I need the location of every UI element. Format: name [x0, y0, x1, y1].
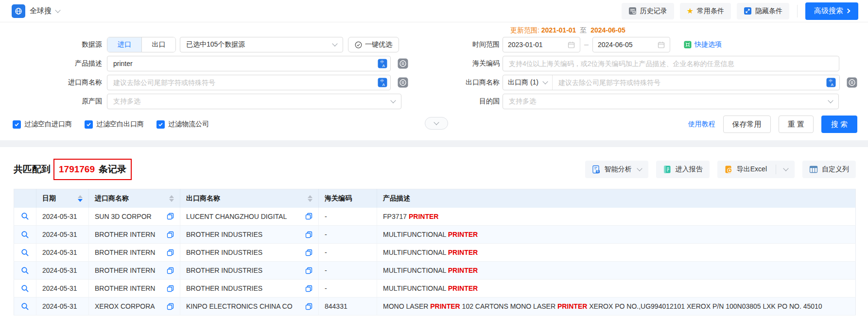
sort-icon[interactable]	[304, 195, 312, 202]
cell-importer-name[interactable]: BROTHER INTERN	[95, 249, 155, 256]
export-excel-button[interactable]: 导出Excel	[717, 161, 795, 178]
column-header-label: 进口商名称	[95, 194, 129, 203]
advanced-search-button[interactable]: 高级搜索	[805, 2, 858, 20]
keyword-highlight: PRINTER	[448, 266, 478, 274]
translate-icon[interactable]: 中A	[378, 78, 387, 87]
report-icon	[663, 165, 672, 174]
exporter-input[interactable]	[553, 75, 839, 90]
summary-prefix: 共匹配到	[14, 163, 51, 176]
exact-match-icon[interactable]	[398, 58, 408, 69]
history-button[interactable]: 历史记录	[622, 3, 674, 19]
collapse-form-button[interactable]	[425, 117, 448, 130]
hs-code-input[interactable]	[503, 56, 839, 71]
destination-select[interactable]: 支持多选	[503, 94, 839, 109]
column-header-label: 出口商名称	[186, 194, 220, 203]
cell-exporter: BROTHER INDUSTRIES	[180, 244, 319, 262]
column-header[interactable]: 日期	[36, 189, 89, 208]
cell-importer-name[interactable]: BROTHER INTERN	[95, 266, 155, 274]
cell-exporter-name[interactable]: BROTHER INDUSTRIES	[186, 231, 262, 238]
keyword-highlight: PRINTER	[430, 302, 460, 310]
destination-label: 目的国	[410, 97, 503, 106]
svg-text:A: A	[831, 83, 834, 87]
sort-icon[interactable]	[74, 195, 83, 202]
favorites-button[interactable]: ★ 常用条件	[680, 3, 731, 19]
date-start-input[interactable]: 2023-01-01	[503, 37, 580, 52]
row-detail-search-icon[interactable]	[20, 212, 30, 220]
custom-columns-button[interactable]: 自定义列	[802, 161, 856, 178]
cell-exporter-name[interactable]: BROTHER INDUSTRIES	[186, 266, 262, 274]
copy-icon[interactable]	[301, 213, 312, 220]
sort-icon[interactable]	[165, 195, 174, 202]
cell-hs-code: 844331	[319, 298, 377, 315]
copy-icon[interactable]	[301, 285, 312, 292]
column-header[interactable]: 进口商名称	[89, 189, 180, 208]
app-switcher[interactable]: 全球搜	[12, 4, 60, 18]
star-icon: ★	[687, 7, 694, 15]
smart-analysis-button[interactable]: BI 智能分析	[585, 161, 648, 178]
row-detail-search-icon[interactable]	[20, 249, 30, 257]
copy-icon[interactable]	[301, 267, 312, 274]
form-row-companies: 进口商名称 中A 出口商名称 出口商 (1) 中A	[0, 75, 857, 90]
filter-checkbox[interactable]: 过滤物流公司	[156, 120, 209, 129]
cell-exporter-name[interactable]: LUCENT CHANGZHOU DIGITAL	[186, 213, 287, 220]
exporter-type-select[interactable]: 出口商 (1)	[503, 75, 553, 90]
search-button[interactable]: 搜 索	[821, 116, 857, 133]
reset-button[interactable]: 重 置	[779, 116, 814, 133]
destination-placeholder: 支持多选	[509, 97, 536, 106]
results-summary: 共匹配到 1791769 条记录	[14, 159, 132, 180]
copy-icon[interactable]	[301, 231, 312, 238]
copy-icon[interactable]	[163, 267, 174, 274]
date-end-input[interactable]: 2024-06-05	[592, 37, 670, 52]
update-start-date: 2021-01-01	[541, 26, 576, 34]
quick-options-link[interactable]: 快捷选项	[684, 40, 722, 49]
cell-importer-name[interactable]: BROTHER INTERN	[95, 231, 155, 238]
product-input[interactable]	[107, 56, 391, 71]
save-favorite-button[interactable]: 保存常用	[723, 116, 771, 133]
translate-icon[interactable]: 中A	[378, 59, 387, 68]
tab-export[interactable]: 出口	[141, 37, 175, 52]
row-detail-search-icon[interactable]	[20, 302, 30, 311]
one-click-optimize-button[interactable]: 一键优选	[348, 37, 399, 52]
cell-hs-code: -	[319, 262, 377, 280]
cell-importer-name[interactable]: XEROX CORPORA	[95, 302, 155, 310]
filter-checkbox[interactable]: 过滤空白进口商	[13, 120, 72, 129]
divider	[776, 165, 776, 174]
cell-exporter-name[interactable]: BROTHER INDUSTRIES	[186, 284, 262, 292]
row-detail-search-icon[interactable]	[20, 266, 30, 275]
importer-input[interactable]	[107, 75, 391, 90]
quick-options-icon	[684, 41, 692, 49]
hide-conditions-label: 隐藏条件	[755, 7, 782, 16]
enter-report-button[interactable]: 进入报告	[656, 161, 710, 178]
quick-options-label: 快捷选项	[694, 40, 722, 49]
datasource-select[interactable]: 已选中105个数据源	[180, 37, 343, 52]
copy-icon[interactable]	[163, 285, 174, 292]
hide-conditions-button[interactable]: 隐藏条件	[737, 3, 789, 19]
copy-icon[interactable]	[163, 213, 174, 220]
tab-import[interactable]: 进口	[107, 37, 141, 52]
copy-icon[interactable]	[163, 249, 174, 256]
row-detail-search-icon[interactable]	[20, 284, 30, 293]
origin-select[interactable]: 支持多选	[107, 94, 401, 109]
row-detail-search-icon[interactable]	[20, 231, 30, 239]
tutorial-link[interactable]: 使用教程	[688, 120, 715, 129]
cell-importer-name[interactable]: SUN 3D CORPOR	[95, 213, 152, 220]
column-header[interactable]: 出口商名称	[180, 189, 319, 208]
optimize-label: 一键优选	[365, 40, 392, 49]
filter-checkbox[interactable]: 过滤空白出口商	[85, 120, 144, 129]
table-row: 2024-05-31XEROX CORPORAKINPO ELECTRONICS…	[14, 298, 856, 315]
table-row: 2024-05-31BROTHER INTERNBROTHER INDUSTRI…	[14, 244, 856, 262]
section-divider	[0, 140, 868, 147]
column-header-label: 日期	[42, 194, 56, 203]
translate-icon[interactable]: 中A	[826, 78, 836, 87]
cell-importer-name[interactable]: BROTHER INTERN	[95, 284, 155, 292]
keyword-highlight: PRINTER	[448, 231, 478, 238]
copy-icon[interactable]	[301, 303, 312, 310]
exact-match-icon[interactable]	[847, 77, 857, 88]
cell-exporter-name[interactable]: BROTHER INDUSTRIES	[186, 249, 262, 256]
cell-exporter-name[interactable]: KINPO ELECTRONICS CHINA CO	[186, 302, 293, 310]
copy-icon[interactable]	[301, 249, 312, 256]
copy-icon[interactable]	[163, 303, 174, 310]
copy-icon[interactable]	[163, 231, 174, 238]
cell-hs-code: -	[319, 280, 377, 298]
exact-match-icon[interactable]	[398, 77, 408, 88]
